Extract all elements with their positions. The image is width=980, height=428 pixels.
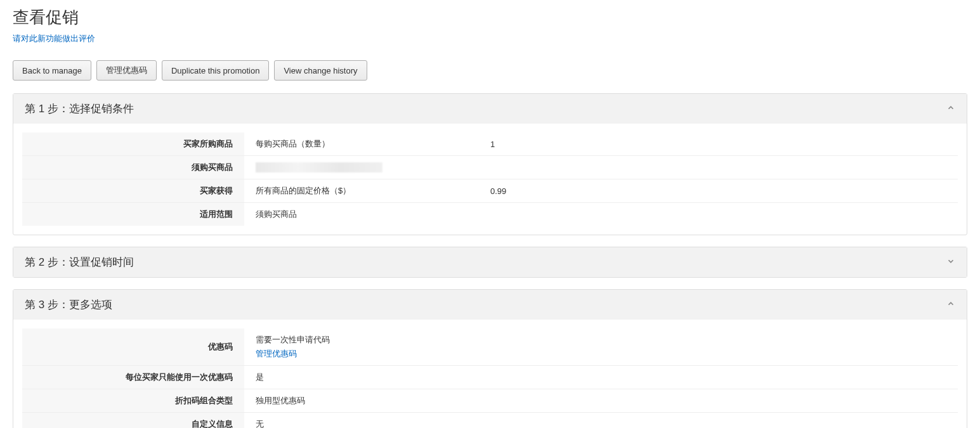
step3-header[interactable]: 第 3 步：更多选项 [13,290,967,320]
manage-coupon-link[interactable]: 管理优惠码 [256,348,330,360]
form-row: 自定义信息 无 [22,413,958,428]
history-button[interactable]: View change history [274,60,367,81]
label-must-buy: 须购买商品 [22,156,244,179]
page-title: 查看促销 [13,6,967,29]
value-text: 独用型优惠码 [256,395,305,406]
button-row: Back to manage 管理优惠码 Duplicate this prom… [13,60,967,81]
value-text: 是 [256,372,264,383]
value-number: 0.99 [490,186,946,196]
form-row: 每位买家只能使用一次优惠码 是 [22,366,958,389]
value-applies-to: 须购买商品 [244,203,958,226]
step3-body: 优惠码 需要一次性申请代码 管理优惠码 每位买家只能使用一次优惠码 是 折扣码组… [13,320,967,428]
step2-header[interactable]: 第 2 步：设置促销时间 [13,247,967,277]
label-coupon-code: 优惠码 [22,328,244,365]
label-once-per-buyer: 每位买家只能使用一次优惠码 [22,366,244,389]
step1-panel: 第 1 步：选择促销条件 买家所购商品 每购买商品（数量） 1 须购买商品 买家… [13,93,967,235]
chevron-up-icon [946,103,955,114]
form-row: 优惠码 需要一次性申请代码 管理优惠码 [22,328,958,366]
back-button[interactable]: Back to manage [13,60,91,81]
value-buyer-purchase: 每购买商品（数量） 1 [244,133,958,155]
value-text: 无 [256,418,264,428]
manage-coupon-button[interactable]: 管理优惠码 [96,60,157,81]
step3-panel: 第 3 步：更多选项 优惠码 需要一次性申请代码 管理优惠码 每位买家只能使用一… [13,289,967,428]
value-custom-info: 无 [244,413,958,428]
value-number: 1 [490,139,946,149]
value-coupon-code: 需要一次性申请代码 管理优惠码 [244,328,958,365]
value-text: 所有商品的固定价格（$） [256,185,490,197]
form-row: 折扣码组合类型 独用型优惠码 [22,389,958,413]
form-row: 适用范围 须购买商品 [22,203,958,226]
step1-title: 第 1 步：选择促销条件 [25,101,134,116]
duplicate-button[interactable]: Duplicate this promotion [162,60,269,81]
value-text: 每购买商品（数量） [256,138,490,150]
rate-feature-link[interactable]: 请对此新功能做出评价 [13,33,95,44]
form-row: 须购买商品 [22,156,958,179]
value-once-per-buyer: 是 [244,366,958,389]
chevron-up-icon [946,299,955,310]
label-combo-type: 折扣码组合类型 [22,389,244,412]
step2-title: 第 2 步：设置促销时间 [25,255,134,269]
form-row: 买家所购商品 每购买商品（数量） 1 [22,133,958,156]
label-buyer-gets: 买家获得 [22,179,244,202]
chevron-down-icon [946,257,955,268]
label-applies-to: 适用范围 [22,203,244,226]
step1-header[interactable]: 第 1 步：选择促销条件 [13,94,967,124]
value-combo-type: 独用型优惠码 [244,389,958,412]
label-buyer-purchase: 买家所购商品 [22,133,244,155]
value-buyer-gets: 所有商品的固定价格（$） 0.99 [244,179,958,202]
form-row: 买家获得 所有商品的固定价格（$） 0.99 [22,179,958,203]
step2-panel: 第 2 步：设置促销时间 [13,247,967,278]
value-must-buy [244,156,958,179]
value-text: 须购买商品 [256,209,490,220]
value-text: 需要一次性申请代码 [256,334,330,346]
step1-body: 买家所购商品 每购买商品（数量） 1 须购买商品 买家获得 所有商品的固定价格（… [13,124,967,235]
label-custom-info: 自定义信息 [22,413,244,428]
step3-title: 第 3 步：更多选项 [25,297,112,312]
redacted-content [256,162,382,172]
